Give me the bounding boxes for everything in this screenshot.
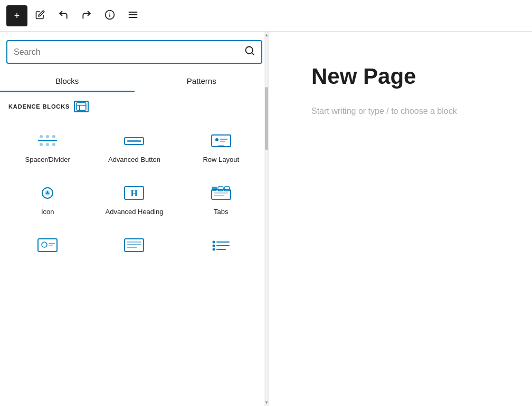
svg-point-17 (52, 143, 55, 146)
svg-point-43 (212, 240, 215, 243)
sidebar-scrollbar[interactable]: ▲ ▼ (264, 32, 269, 406)
list-icon (208, 236, 234, 255)
info-icon (104, 9, 115, 22)
advanced-button-label: Advanced Button (108, 156, 160, 165)
kadence-blocks-icon (74, 101, 89, 112)
undo-button[interactable] (53, 5, 74, 26)
svg-line-7 (252, 53, 254, 55)
search-box (6, 40, 262, 64)
search-button[interactable] (244, 45, 255, 59)
spacer-divider-icon (35, 131, 60, 150)
toolbar: + (0, 0, 532, 32)
blocks-grid: Spacer/Divider Advanced Button (0, 117, 269, 273)
svg-rect-11 (38, 140, 57, 141)
svg-point-16 (46, 143, 49, 146)
editor-placeholder[interactable]: Start writing or type / to choose a bloc… (311, 107, 490, 116)
redo-icon (81, 9, 92, 22)
search-container (0, 32, 269, 70)
block-item-7[interactable] (4, 225, 91, 268)
search-input[interactable] (14, 47, 244, 57)
block-item-spacer-divider[interactable]: Spacer/Divider (4, 121, 91, 173)
block-item-advanced-heading[interactable]: H Advanced Heading (91, 173, 177, 225)
columns-icon (121, 236, 147, 255)
svg-text:H: H (131, 188, 138, 198)
block-item-8[interactable] (91, 225, 177, 268)
row-layout-icon (208, 131, 234, 150)
advanced-heading-icon: H (121, 183, 147, 202)
block-item-icon[interactable]: Icon (4, 173, 91, 225)
svg-rect-21 (218, 145, 224, 147)
advanced-button-icon (121, 131, 147, 150)
tabs-row: Blocks Patterns (0, 70, 269, 92)
edit-mode-button[interactable] (30, 5, 51, 26)
icon-label: Icon (41, 208, 54, 217)
svg-rect-30 (212, 187, 217, 191)
svg-rect-38 (49, 245, 53, 246)
block-item-row-layout[interactable]: Row Layout (178, 121, 264, 173)
block-item-tabs[interactable]: Tabs (178, 173, 264, 225)
icon-block-icon (35, 183, 60, 202)
svg-rect-24 (220, 141, 225, 142)
svg-point-14 (52, 135, 55, 138)
section-header: KADENCE BLOCKS (0, 92, 269, 117)
svg-rect-35 (38, 239, 57, 252)
advanced-heading-label: Advanced Heading (106, 208, 164, 217)
block-item-9[interactable] (178, 225, 264, 268)
section-title: KADENCE BLOCKS (8, 103, 70, 110)
row-layout-label: Row Layout (203, 156, 239, 165)
spacer-divider-label: Spacer/Divider (25, 156, 70, 165)
profile-icon (35, 236, 60, 255)
svg-point-47 (212, 248, 215, 250)
svg-rect-23 (220, 139, 227, 140)
scrollbar-thumb[interactable] (265, 87, 268, 150)
editor-area: New Page Start writing or type / to choo… (269, 32, 532, 406)
redo-button[interactable] (76, 5, 97, 26)
search-icon (244, 45, 255, 59)
scroll-down-arrow[interactable]: ▼ (264, 399, 269, 406)
block-item-advanced-button[interactable]: Advanced Button (91, 121, 177, 173)
svg-rect-39 (125, 239, 144, 252)
svg-rect-37 (49, 243, 55, 244)
tabs-label: Tabs (214, 208, 228, 217)
svg-point-45 (212, 244, 215, 247)
svg-rect-8 (77, 103, 86, 110)
svg-point-12 (40, 135, 43, 138)
undo-icon (58, 9, 69, 22)
blocks-scroll[interactable]: KADENCE BLOCKS (0, 92, 269, 406)
sidebar: Blocks Patterns KADENCE BLOCKS (0, 32, 269, 406)
tab-patterns[interactable]: Patterns (135, 70, 269, 92)
tab-blocks[interactable]: Blocks (0, 70, 135, 92)
page-title: New Page (311, 63, 490, 90)
info-button[interactable] (99, 5, 120, 26)
svg-point-15 (40, 143, 43, 146)
add-block-button[interactable]: + (6, 5, 27, 26)
plus-icon: + (14, 11, 20, 21)
scroll-up-arrow[interactable]: ▲ (264, 32, 269, 38)
tabs-icon (208, 183, 234, 202)
svg-point-13 (46, 135, 49, 138)
main-area: Blocks Patterns KADENCE BLOCKS (0, 32, 532, 406)
pencil-icon (35, 10, 45, 21)
svg-point-22 (215, 138, 218, 141)
svg-point-36 (42, 242, 47, 247)
menu-button[interactable] (122, 5, 144, 26)
hamburger-icon (128, 9, 138, 22)
